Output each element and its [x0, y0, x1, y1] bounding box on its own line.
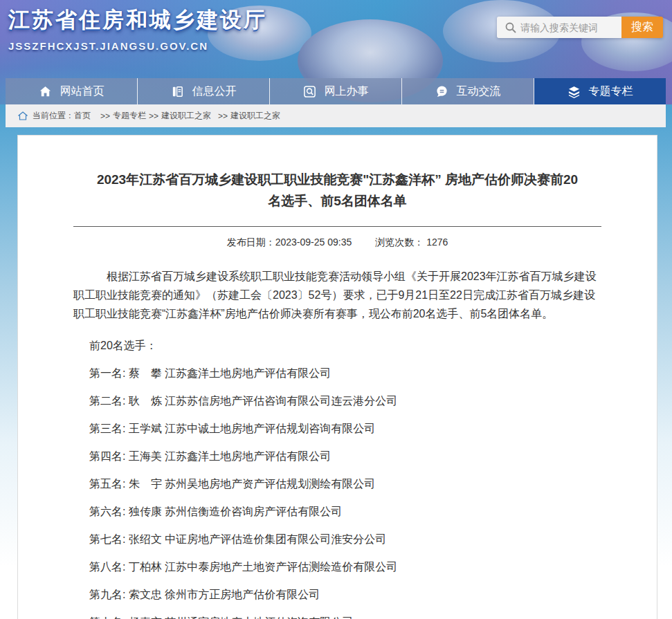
views-label: 浏览次数： [375, 237, 424, 249]
breadcrumb-link-home[interactable]: 首页 [74, 110, 91, 122]
search-box: 搜索 [497, 17, 663, 38]
title-divider [73, 226, 601, 227]
nav-item-home[interactable]: 网站首页 [6, 78, 138, 104]
home-icon [39, 85, 52, 98]
info-disclosure-icon [171, 85, 184, 98]
winner-row-10: 第十名: 杨真宁 苏州通宜房地产土地评估咨询有限公司 [73, 613, 601, 619]
article-meta: 发布日期：2023-09-25 09:35浏览次数： 1276 [73, 237, 601, 249]
winner-row-5: 第五名: 朱 宇 苏州吴地房地产资产评估规划测绘有限公司 [73, 475, 601, 493]
article-title: 2023年江苏省百万城乡建设职工职业技能竞赛"江苏鑫洋杯” 房地产估价师决赛前2… [73, 169, 601, 212]
winner-row-8: 第八名: 丁柏林 江苏中泰房地产土地资产评估测绘造价有限公司 [73, 558, 601, 576]
breadcrumb-separator: >> [149, 111, 158, 121]
publish-date-label: 发布日期： [227, 237, 275, 249]
breadcrumb-home-icon [18, 111, 28, 120]
nav-item-info-disclosure[interactable]: 信息公开 [138, 78, 270, 104]
nav-item-label: 网站首页 [60, 84, 105, 99]
breadcrumb-prefix: 当前位置： [33, 110, 74, 122]
nav-item-online-service[interactable]: 网上办事 [270, 78, 402, 104]
nav-item-label: 专题专栏 [589, 84, 633, 99]
breadcrumb-separator: >> [100, 111, 110, 121]
site-url: JSSZFHCXJST.JIANGSU.GOV.CN [8, 40, 267, 52]
nav-item-label: 网上办事 [325, 84, 369, 99]
nav-item-label: 信息公开 [192, 84, 237, 99]
breadcrumb-separator: >> [218, 111, 228, 121]
chat-icon [435, 85, 448, 98]
winner-row-7: 第七名: 张绍文 中证房地产评估造价集团有限公司淮安分公司 [73, 530, 601, 548]
site-banner: 江苏省住房和城乡建设厅 JSSZFHCXJST.JIANGSU.GOV.CN 搜… [0, 0, 672, 104]
article-body: 根据江苏省百万城乡建设系统职工职业技能竞赛活动领导小组《关于开展2023年江苏省… [73, 267, 601, 619]
search-input-wrap [497, 17, 621, 38]
nav-item-label: 互动交流 [457, 84, 501, 99]
search-input[interactable] [520, 22, 616, 33]
winner-row-6: 第六名: 独传康 苏州信衡造价咨询房产评估有限公司 [73, 503, 601, 521]
site-logo[interactable]: 江苏省住房和城乡建设厅 JSSZFHCXJST.JIANGSU.GOV.CN [8, 6, 267, 52]
views-count: 1276 [426, 237, 448, 248]
winner-row-2: 第二名: 耿 炼 江苏苏信房地产评估咨询有限公司连云港分公司 [73, 392, 601, 410]
layers-icon [567, 85, 581, 98]
breadcrumb-link-workers-home[interactable]: 建设职工之家 [161, 110, 211, 122]
winner-row-9: 第九名: 索文忠 徐州市方正房地产估价有限公司 [73, 586, 601, 604]
publish-date-value: 2023-09-25 09:35 [275, 237, 352, 248]
winner-row-4: 第四名: 王海美 江苏鑫洋土地房地产评估有限公司 [73, 447, 601, 465]
article-card: 2023年江苏省百万城乡建设职工职业技能竞赛"江苏鑫洋杯” 房地产估价师决赛前2… [17, 135, 657, 619]
winner-row-3: 第三名: 王学斌 江苏中诚土地房地产评估规划咨询有限公司 [73, 420, 601, 438]
main-nav: 网站首页 信息公开 网上办事 [6, 78, 666, 104]
article-paragraph: 根据江苏省百万城乡建设系统职工职业技能竞赛活动领导小组《关于开展2023年江苏省… [73, 267, 601, 323]
breadcrumb-link-workers-home-2[interactable]: 建设职工之家 [230, 110, 280, 122]
nav-item-special-topics[interactable]: 专题专栏 [534, 78, 666, 104]
winners-list-heading: 前20名选手： [73, 337, 601, 355]
winner-row-1: 第一名: 蔡 攀 江苏鑫洋土地房地产评估有限公司 [73, 364, 601, 382]
nav-item-interaction[interactable]: 互动交流 [402, 78, 534, 104]
breadcrumb-link-special-topics[interactable]: 专题专栏 [113, 110, 146, 122]
search-button[interactable]: 搜索 [621, 17, 663, 38]
breadcrumb: 当前位置： 首页 >> 专题专栏 >> 建设职工之家 >> 建设职工之家 [6, 104, 666, 127]
search-icon [505, 22, 516, 33]
online-service-icon [303, 85, 316, 98]
site-name: 江苏省住房和城乡建设厅 [8, 6, 267, 35]
